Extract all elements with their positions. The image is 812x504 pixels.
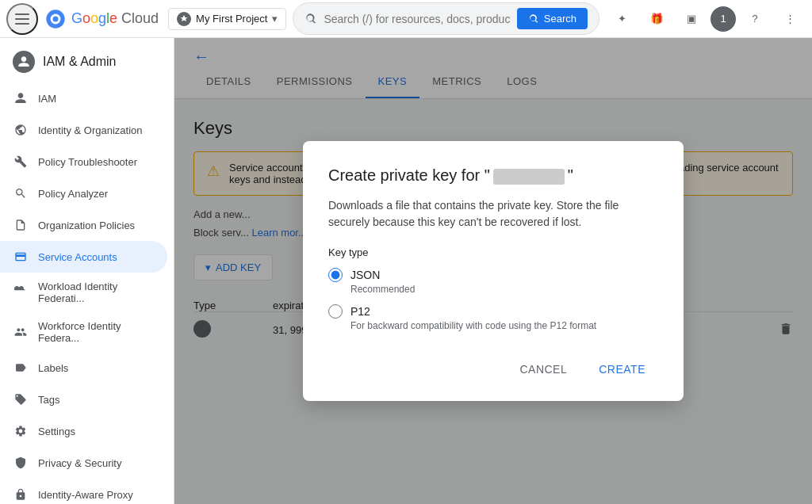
svg-rect-1 xyxy=(15,18,29,20)
sidebar-item-tags[interactable]: Tags xyxy=(0,384,167,415)
search-button[interactable]: Search xyxy=(517,8,588,29)
modal-overlay: Create private key for "" Downloads a fi… xyxy=(174,38,812,504)
sidebar: IAM & Admin IAM Identity & Organization … xyxy=(0,38,174,504)
starred-icon[interactable]: ✦ xyxy=(606,3,638,35)
sidebar-item-policy-analyzer[interactable]: Policy Analyzer xyxy=(0,178,167,209)
lock-icon xyxy=(13,487,29,502)
sidebar-item-label: Policy Analyzer xyxy=(38,188,108,200)
sidebar-item-label: IAM xyxy=(38,93,56,105)
search-bar: Search xyxy=(293,2,599,35)
sidebar-item-org-policies[interactable]: Organization Policies xyxy=(0,209,167,241)
svg-rect-0 xyxy=(15,13,29,15)
sidebar-header: IAM & Admin xyxy=(0,38,174,82)
sidebar-item-label: Service Accounts xyxy=(38,251,117,263)
domain-icon xyxy=(13,122,29,138)
main-content: ← DETAILS PERMISSIONS KEYS METRICS LOGS … xyxy=(174,38,812,504)
json-option: JSON Recommended xyxy=(328,268,658,295)
account-icon xyxy=(13,249,29,265)
p12-option: P12 For backward compatibility with code… xyxy=(328,304,658,331)
sidebar-item-identity-aware-proxy[interactable]: Identity-Aware Proxy xyxy=(0,479,167,504)
create-button[interactable]: CREATE xyxy=(586,357,658,382)
user-avatar[interactable]: 1 xyxy=(710,6,736,32)
cancel-button[interactable]: CANCEL xyxy=(507,357,580,382)
json-label[interactable]: JSON xyxy=(350,269,380,281)
terminal-icon[interactable]: ▣ xyxy=(676,3,707,35)
dialog-title-suffix: " xyxy=(568,166,573,184)
sidebar-item-label: Workload Identity Federati... xyxy=(38,281,155,304)
search-icon xyxy=(13,185,29,201)
sidebar-item-label: Labels xyxy=(38,362,68,374)
project-icon xyxy=(177,12,191,26)
sidebar-item-label: Tags xyxy=(38,394,59,406)
key-type-radio-group: JSON Recommended P12 For backward compat… xyxy=(328,268,658,331)
iam-admin-icon xyxy=(13,51,35,73)
search-btn-label: Search xyxy=(544,13,576,25)
more-options-icon[interactable]: ⋮ xyxy=(774,3,806,35)
logo-text: Google Cloud xyxy=(71,10,159,27)
hamburger-menu[interactable] xyxy=(6,3,38,35)
svg-rect-2 xyxy=(15,23,29,25)
project-name: My First Project xyxy=(196,13,267,25)
sidebar-item-label: Organization Policies xyxy=(38,220,135,231)
project-selector[interactable]: My First Project ▾ xyxy=(168,8,286,30)
label-icon xyxy=(13,360,29,376)
sidebar-item-labels[interactable]: Labels xyxy=(0,352,167,384)
sidebar-item-privacy-security[interactable]: Privacy & Security xyxy=(0,447,167,479)
sidebar-item-workforce-identity[interactable]: Workforce Identity Federa... xyxy=(0,312,167,352)
sidebar-item-iam[interactable]: IAM xyxy=(0,82,167,114)
google-cloud-logo[interactable]: Google Cloud xyxy=(44,8,159,30)
help-icon[interactable]: ? xyxy=(739,3,771,35)
chevron-down-icon: ▾ xyxy=(272,13,278,25)
main-layout: IAM & Admin IAM Identity & Organization … xyxy=(0,38,812,504)
dialog-title: Create private key for "" xyxy=(328,166,658,185)
shield-icon xyxy=(13,455,29,471)
policy-icon xyxy=(13,217,29,233)
topbar-icons: ✦ 🎁 ▣ 1 ? ⋮ xyxy=(606,3,806,35)
dialog-actions: CANCEL CREATE xyxy=(328,357,658,382)
dialog-description: Downloads a file that contains the priva… xyxy=(328,197,658,231)
sidebar-item-label: Privacy & Security xyxy=(38,457,121,469)
key-type-label: Key type xyxy=(328,246,658,258)
p12-radio[interactable] xyxy=(328,304,343,319)
p12-sub: For backward compatibility with code usi… xyxy=(350,320,658,331)
sidebar-title: IAM & Admin xyxy=(43,55,116,69)
p12-label[interactable]: P12 xyxy=(350,305,370,318)
sidebar-item-identity-org[interactable]: Identity & Organization xyxy=(0,114,167,146)
create-key-dialog: Create private key for "" Downloads a fi… xyxy=(303,141,684,401)
sidebar-item-service-accounts[interactable]: Service Accounts xyxy=(0,241,167,273)
tag-icon xyxy=(13,391,29,407)
gift-icon[interactable]: 🎁 xyxy=(641,3,672,35)
sidebar-item-settings[interactable]: Settings xyxy=(0,415,167,447)
people-icon xyxy=(13,324,29,340)
sidebar-item-policy-troubleshooter[interactable]: Policy Troubleshooter xyxy=(0,146,167,178)
search-input[interactable] xyxy=(324,13,510,25)
json-sub: Recommended xyxy=(350,284,658,295)
sidebar-item-label: Policy Troubleshooter xyxy=(38,156,137,168)
json-radio[interactable] xyxy=(328,268,343,282)
person-icon xyxy=(13,90,29,106)
sidebar-item-label: Identity & Organization xyxy=(38,124,143,136)
account-name-blurred xyxy=(493,169,565,185)
search-icon xyxy=(304,13,317,25)
sidebar-item-label: Identity-Aware Proxy xyxy=(38,489,133,501)
work-icon xyxy=(13,284,29,300)
topbar: Google Cloud My First Project ▾ Search ✦… xyxy=(0,0,812,38)
sidebar-item-label: Workforce Identity Federa... xyxy=(38,320,155,344)
sidebar-item-label: Settings xyxy=(38,426,75,437)
sidebar-item-workload-identity[interactable]: Workload Identity Federati... xyxy=(0,273,167,312)
gear-icon xyxy=(13,423,29,439)
dialog-title-prefix: Create private key for " xyxy=(328,166,490,184)
wrench-icon xyxy=(13,154,29,170)
